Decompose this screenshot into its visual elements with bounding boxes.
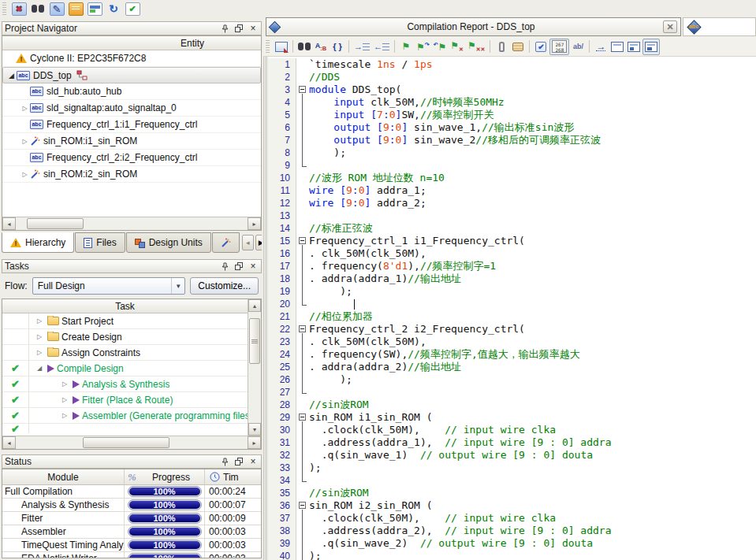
close-icon[interactable]: ✕ xyxy=(663,20,677,33)
code-line[interactable]: 29sin_ROM i1_sin_ROM ( xyxy=(268,411,756,424)
fold-marker[interactable] xyxy=(296,83,309,96)
expand-arrow-icon[interactable]: ▷ xyxy=(34,317,45,325)
status-row[interactable]: Assembler100%00:00:03 xyxy=(2,525,261,539)
line-numbers-toggle[interactable]: 267268 xyxy=(549,39,569,55)
tab-hierarchy[interactable]: Hierarchy xyxy=(2,232,74,253)
tree-item[interactable]: abcFrequency_ctrl_2:i2_Frequency_ctrl xyxy=(2,150,261,166)
tree-item[interactable]: abcsld_hub:auto_hub xyxy=(2,83,261,100)
pin-icon[interactable] xyxy=(219,24,230,34)
pin-icon[interactable] xyxy=(219,457,230,467)
expand-arrow-icon[interactable]: ▷ xyxy=(34,333,45,340)
outdent-icon[interactable]: ← xyxy=(372,39,391,55)
code-line[interactable]: 40); xyxy=(268,550,756,560)
whitespace-toggle[interactable]: ab/ xyxy=(570,39,586,55)
fold-marker[interactable] xyxy=(296,235,309,247)
code-line[interactable]: 10//波形 ROM 地址位数 n=10 xyxy=(268,172,756,184)
task-row[interactable]: ▷Create Design xyxy=(2,329,248,345)
module-column-header[interactable]: Module xyxy=(2,469,125,484)
expand-arrow-icon[interactable]: ▷ xyxy=(20,171,30,178)
syntax-check-icon[interactable]: ✔ xyxy=(533,39,549,55)
tree-item[interactable]: abcFrequency_ctrl_1:i1_Frequency_ctrl xyxy=(2,117,261,133)
assignment-editor-icon[interactable] xyxy=(66,1,85,17)
status-row[interactable]: TimeQuest Timing Analyzer100%00:00:03 xyxy=(2,539,261,552)
code-line[interactable]: 37 .clock(clk_50M), // input wire clka xyxy=(268,512,756,525)
bookmark-next-icon[interactable]: ⚑↷ xyxy=(415,39,431,55)
code-line[interactable]: 23. clk_50M(clk_50M), xyxy=(268,336,756,348)
toolbar-grip[interactable] xyxy=(2,2,6,15)
task-row[interactable]: ✔ xyxy=(2,424,248,433)
task-row[interactable]: ▷Assign Constraints xyxy=(2,345,248,361)
code-line[interactable]: 6 output [9:0] sin_wave_1,//输出标准sin波形 xyxy=(268,121,756,134)
code-line[interactable]: 36sin_ROM i2_sin_ROM ( xyxy=(268,499,756,512)
tree-item-device[interactable]: Cyclone II: EP2C35F672C8 xyxy=(2,50,261,67)
close-icon[interactable]: × xyxy=(248,457,259,467)
fold-marker[interactable] xyxy=(296,499,309,512)
hscroll-thumb[interactable] xyxy=(83,437,169,448)
find-icon[interactable] xyxy=(296,39,312,55)
match-brace-icon[interactable]: { } xyxy=(330,39,345,55)
fold-marker[interactable] xyxy=(296,323,309,336)
code-line[interactable]: 30 .clock(clk_50M), // input wire clka xyxy=(268,424,756,436)
customize-button[interactable]: Customize... xyxy=(190,277,259,295)
code-line[interactable]: 11wire [9:0] addra_1; xyxy=(268,184,756,197)
macro-icon[interactable] xyxy=(510,39,526,55)
tree-item[interactable]: ▷sin_ROM:i1_sin_ROM xyxy=(2,133,261,150)
code-line[interactable]: 16. clk_50M(clk_50M), xyxy=(268,247,756,260)
full-view-icon[interactable] xyxy=(609,39,625,55)
code-line[interactable]: 19 ); xyxy=(268,285,756,298)
flow-combobox[interactable]: Full Design ▼ xyxy=(32,277,186,295)
float-icon[interactable] xyxy=(233,24,244,34)
task-row[interactable]: ▷Start Project xyxy=(2,313,248,329)
code-line[interactable]: 14//标准正弦波 xyxy=(268,222,756,235)
bookmark-toggle-icon[interactable]: ⚑ xyxy=(398,39,414,55)
entity-column-header[interactable]: Entity xyxy=(2,36,261,50)
tree-item[interactable]: ▷sin_ROM:i2_sin_ROM xyxy=(2,166,261,183)
tasks-vscrollbar[interactable]: ▴ ▾ xyxy=(248,299,261,436)
bookmark-delete-all-icon[interactable]: ⚑✕✕ xyxy=(466,39,487,55)
code-line[interactable]: 17. frequency(8'd1),//频率控制字=1 xyxy=(268,260,756,273)
report-view-icon[interactable] xyxy=(642,39,660,55)
scroll-down-icon[interactable]: ▾ xyxy=(248,423,261,436)
code-line[interactable]: 3module DDS_top( xyxy=(268,83,756,96)
tabs-scroll-left-icon[interactable]: ◂ xyxy=(242,235,254,250)
find-icon[interactable] xyxy=(28,1,47,17)
report-window-titlebar[interactable]: Compilation Report - DDS_top ✕ xyxy=(266,17,681,36)
hscroll-thumb[interactable] xyxy=(27,218,84,229)
scroll-up-icon[interactable]: ▴ xyxy=(248,299,261,312)
code-line[interactable]: 12wire [9:0] addra_2; xyxy=(268,197,756,210)
indent-icon[interactable]: → xyxy=(352,39,371,55)
expand-arrow-icon[interactable]: ▷ xyxy=(59,380,70,388)
code-line[interactable]: 7 output [9:0] sin_wave_2//移相后的可调频率正弦波 xyxy=(268,134,756,146)
code-line[interactable]: 18. addra(addra_1)//输出地址 xyxy=(268,273,756,285)
goto-icon[interactable]: → xyxy=(593,39,609,55)
status-row[interactable]: Analysis & Synthesis100%00:00:07 xyxy=(2,499,261,512)
code-line[interactable]: 1`timescale 1ns / 1ps xyxy=(268,58,756,71)
expand-arrow-icon[interactable]: ▷ xyxy=(34,349,45,356)
code-line[interactable]: 34 xyxy=(268,474,756,487)
toolbar-grip[interactable] xyxy=(266,40,270,53)
expand-arrow-icon[interactable]: ▷ xyxy=(59,412,70,419)
scroll-right-icon[interactable]: ▸ xyxy=(248,217,261,230)
pin-icon[interactable] xyxy=(219,261,230,272)
expand-arrow-icon[interactable]: ▷ xyxy=(59,396,70,403)
code-line[interactable]: 9 xyxy=(268,159,756,172)
tree-item[interactable]: ▷abcsld_signaltap:auto_signaltap_0 xyxy=(2,100,261,117)
code-line[interactable]: 5 input [7:0]SW,//频率控制开关 xyxy=(268,109,756,121)
code-line[interactable]: 28//sin波ROM xyxy=(268,399,756,411)
task-row[interactable]: ✔▷Fitter (Place & Route) xyxy=(2,392,248,408)
progress-column-header[interactable]: % Progress xyxy=(125,469,205,484)
expand-arrow-icon[interactable]: ◢ xyxy=(34,365,45,372)
time-column-header[interactable]: Tim xyxy=(205,469,261,484)
signaltap-icon[interactable]: ✖ xyxy=(9,1,28,17)
code-line[interactable]: 20 xyxy=(268,298,756,310)
status-row[interactable]: EDA Netlist Writer100%00:00:03 xyxy=(2,552,261,558)
code-line[interactable]: 15Frequency_ctrl_1 i1_Frequency_ctrl( xyxy=(268,235,756,247)
code-line[interactable]: 26 ); xyxy=(268,373,756,386)
tab-design-units[interactable]: Design Units xyxy=(126,232,211,253)
scroll-left-icon[interactable]: ◂ xyxy=(2,217,16,230)
fold-marker[interactable] xyxy=(296,411,309,424)
report-check-icon[interactable]: ✔ xyxy=(123,1,142,17)
attach-icon[interactable] xyxy=(493,39,509,55)
code-line[interactable]: 25. addra(addra_2)//输出地址 xyxy=(268,361,756,373)
code-line[interactable]: 4 input clk_50M,//时钟频率50MHz xyxy=(268,96,756,109)
